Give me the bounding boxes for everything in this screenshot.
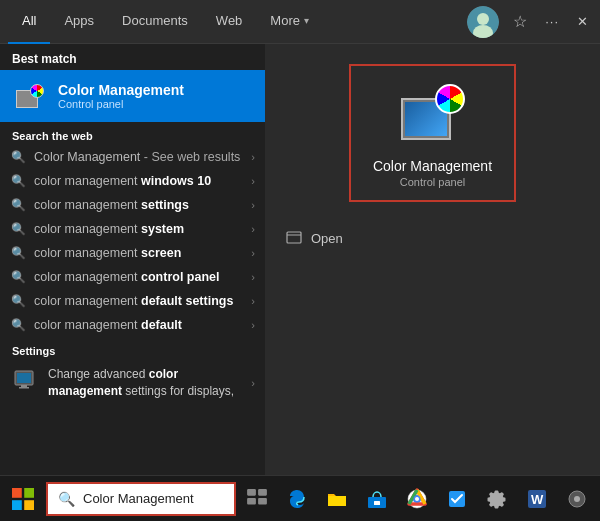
- tab-apps[interactable]: Apps: [50, 0, 108, 44]
- svg-rect-12: [247, 489, 256, 496]
- chevron-right-icon: ›: [251, 199, 255, 211]
- app-preview-title: Color Management: [373, 158, 492, 174]
- start-menu: All Apps Documents Web More ▾: [0, 0, 600, 521]
- open-icon: [285, 229, 303, 247]
- edge-icon[interactable]: [278, 480, 316, 518]
- store-icon[interactable]: [358, 480, 396, 518]
- chevron-right-icon: ›: [251, 319, 255, 331]
- settings-section-label: Settings: [0, 337, 265, 360]
- open-label: Open: [311, 231, 343, 246]
- settings-taskbar-icon[interactable]: [478, 480, 516, 518]
- tab-all[interactable]: All: [8, 0, 50, 44]
- web-result-4[interactable]: 🔍 color management screen ›: [0, 241, 265, 265]
- web-result-0[interactable]: 🔍 Color Management - See web results ›: [0, 145, 265, 169]
- action-list: Open: [265, 222, 600, 254]
- chevron-right-icon: ›: [251, 151, 255, 163]
- tab-web[interactable]: Web: [202, 0, 257, 44]
- app-preview-subtitle: Control panel: [400, 176, 465, 188]
- open-action[interactable]: Open: [275, 222, 590, 254]
- svg-rect-7: [287, 232, 301, 243]
- search-bar[interactable]: 🔍 Color Management: [46, 482, 236, 516]
- app-preview: Color Management Control panel: [349, 64, 516, 202]
- svg-text:W: W: [531, 492, 544, 507]
- best-match-subtitle: Control panel: [58, 98, 184, 110]
- web-result-6[interactable]: 🔍 color management default settings ›: [0, 289, 265, 313]
- settings-result-0[interactable]: Change advanced color management setting…: [0, 360, 265, 406]
- close-icon[interactable]: ✕: [573, 10, 592, 33]
- tab-documents[interactable]: Documents: [108, 0, 202, 44]
- svg-rect-14: [247, 497, 256, 504]
- left-panel: Best match Color Management Control pane…: [0, 44, 265, 475]
- nav-right: ☆ ··· ✕: [467, 6, 592, 38]
- svg-rect-13: [258, 489, 267, 496]
- avatar[interactable]: [467, 6, 499, 38]
- svg-rect-11: [24, 500, 34, 510]
- web-result-2[interactable]: 🔍 color management settings ›: [0, 193, 265, 217]
- search-icon: 🔍: [10, 318, 26, 332]
- best-match-app-icon: [12, 78, 48, 114]
- svg-rect-6: [19, 387, 29, 389]
- svg-rect-17: [374, 501, 380, 505]
- content-area: Best match Color Management Control pane…: [0, 44, 600, 475]
- best-match-title: Color Management: [58, 82, 184, 98]
- chevron-right-icon: ›: [251, 377, 255, 389]
- svg-point-26: [574, 496, 580, 502]
- svg-rect-8: [12, 488, 22, 498]
- todo-icon[interactable]: [438, 480, 476, 518]
- best-match-label: Best match: [0, 44, 265, 70]
- svg-rect-15: [258, 497, 267, 504]
- search-icon: 🔍: [10, 198, 26, 212]
- web-result-1[interactable]: 🔍 color management windows 10 ›: [0, 169, 265, 193]
- svg-point-21: [415, 497, 419, 501]
- task-view-icon[interactable]: [238, 480, 276, 518]
- web-result-5[interactable]: 🔍 color management control panel ›: [0, 265, 265, 289]
- start-button[interactable]: [4, 480, 42, 518]
- search-icon: 🔍: [10, 150, 26, 164]
- right-panel: Color Management Control panel Open: [265, 44, 600, 475]
- app-preview-icon: [401, 84, 465, 148]
- best-match-text: Color Management Control panel: [58, 82, 184, 110]
- top-nav: All Apps Documents Web More ▾: [0, 0, 600, 44]
- settings-app-icon: [10, 366, 38, 394]
- svg-point-1: [477, 13, 489, 25]
- search-icon: 🔍: [10, 270, 26, 284]
- svg-rect-4: [17, 373, 31, 383]
- more-options-icon[interactable]: ···: [541, 10, 563, 33]
- bookmarks-icon[interactable]: ☆: [509, 8, 531, 35]
- svg-rect-9: [24, 488, 34, 498]
- chevron-right-icon: ›: [251, 223, 255, 235]
- settings-text: Change advanced color management setting…: [48, 366, 241, 400]
- chrome-icon[interactable]: [398, 480, 436, 518]
- search-web-label: Search the web: [0, 122, 265, 145]
- svg-rect-5: [21, 385, 27, 387]
- tab-more[interactable]: More ▾: [256, 0, 323, 44]
- taskbar: 🔍 Color Management: [0, 475, 600, 521]
- search-icon: 🔍: [10, 294, 26, 308]
- web-result-3[interactable]: 🔍 color management system ›: [0, 217, 265, 241]
- chevron-right-icon: ›: [251, 271, 255, 283]
- extra-taskbar-icon[interactable]: [558, 480, 596, 518]
- search-input-text: Color Management: [83, 491, 194, 506]
- taskbar-icons: W: [238, 480, 596, 518]
- nav-tabs: All Apps Documents Web More ▾: [8, 0, 467, 44]
- search-icon: 🔍: [10, 174, 26, 188]
- file-explorer-icon[interactable]: [318, 480, 356, 518]
- chevron-right-icon: ›: [251, 175, 255, 187]
- best-match-item[interactable]: Color Management Control panel: [0, 70, 265, 122]
- chevron-down-icon: ▾: [304, 15, 309, 26]
- chevron-right-icon: ›: [251, 247, 255, 259]
- chevron-right-icon: ›: [251, 295, 255, 307]
- search-icon: 🔍: [10, 246, 26, 260]
- web-result-7[interactable]: 🔍 color management default ›: [0, 313, 265, 337]
- search-input-icon: 🔍: [58, 491, 75, 507]
- word-icon[interactable]: W: [518, 480, 556, 518]
- search-icon: 🔍: [10, 222, 26, 236]
- svg-rect-10: [12, 500, 22, 510]
